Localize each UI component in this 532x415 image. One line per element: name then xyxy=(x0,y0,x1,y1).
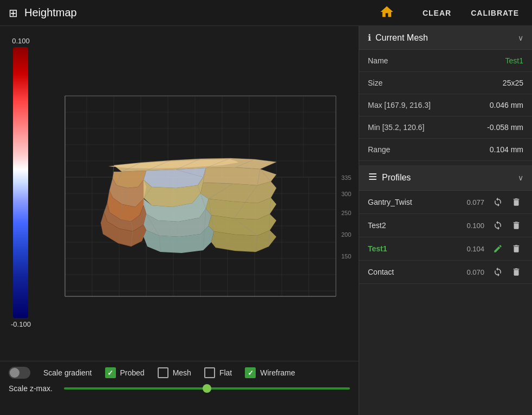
current-mesh-chevron: ∨ xyxy=(518,34,523,42)
profile-row-contact: Contact 0.070 xyxy=(359,261,532,284)
info-row-size: Size 25x25 xyxy=(359,72,532,94)
flat-checkbox-box xyxy=(204,367,215,378)
info-row-min: Min [35.2, 120.6] -0.058 mm xyxy=(359,116,532,139)
size-label: Size xyxy=(368,79,503,87)
min-label: Min [35.2, 120.6] xyxy=(368,123,487,132)
info-row-name: Name Test1 xyxy=(359,50,532,72)
profile-row-test2: Test2 0.100 xyxy=(359,214,532,237)
main-layout: 0.100 -0.100 xyxy=(0,26,532,415)
svg-text:200: 200 xyxy=(341,231,351,238)
svg-rect-63 xyxy=(369,179,377,180)
svg-text:150: 150 xyxy=(341,253,351,260)
info-icon: ℹ xyxy=(368,33,371,43)
grid-icon: ⊞ xyxy=(9,7,18,20)
svg-text:335: 335 xyxy=(341,174,351,181)
profile-value-contact: 0.070 xyxy=(463,268,484,276)
profile-delete-button-test1[interactable] xyxy=(509,243,523,255)
scale-zmax-label: Scale z-max. xyxy=(9,384,57,393)
profile-name-test2: Test2 xyxy=(368,221,463,230)
profile-delete-button-contact[interactable] xyxy=(509,266,523,278)
name-value: Test1 xyxy=(505,56,523,65)
mesh-svg: 335 300 250 200 150 0 xyxy=(33,63,358,323)
mesh-label: Mesh xyxy=(173,368,191,377)
info-row-range: Range 0.104 mm xyxy=(359,139,532,161)
mesh-canvas: 335 300 250 200 150 0 xyxy=(0,26,359,382)
mesh-checkbox-box xyxy=(158,367,168,378)
scale-gradient-label: Scale gradient xyxy=(43,368,92,377)
profiles-icon xyxy=(368,172,378,184)
max-label: Max [167.9, 216.3] xyxy=(368,101,490,109)
profile-actions-test1 xyxy=(491,243,523,255)
flat-checkbox[interactable]: Flat xyxy=(204,367,232,378)
scale-slider-thumb[interactable] xyxy=(203,384,211,393)
home-button[interactable] xyxy=(377,2,397,23)
svg-rect-61 xyxy=(369,173,377,174)
scale-bottom-label: -0.100 xyxy=(11,320,31,328)
profile-row-test1: Test1 0.104 xyxy=(359,237,532,261)
calibrate-button[interactable]: CALIBRATE xyxy=(466,7,523,20)
scale-slider-row: Scale z-max. xyxy=(9,384,350,393)
max-value: 0.046 mm xyxy=(490,101,523,109)
profile-name-test1: Test1 xyxy=(368,244,463,253)
scale-gradient-toggle[interactable] xyxy=(9,367,30,379)
profile-actions-gantry xyxy=(491,196,523,208)
right-panel: ℹ Current Mesh ∨ Name Test1 Size 25x25 M… xyxy=(359,26,532,415)
profiles-header[interactable]: Profiles ∨ xyxy=(359,165,532,191)
name-label: Name xyxy=(368,56,505,65)
probed-label: Probed xyxy=(120,368,145,377)
profile-row-gantry: Gantry_Twist 0.077 xyxy=(359,191,532,214)
svg-marker-48 xyxy=(203,167,276,185)
profile-edit-button-test1[interactable] xyxy=(491,243,505,255)
info-row-max: Max [167.9, 216.3] 0.046 mm xyxy=(359,94,532,116)
min-value: -0.058 mm xyxy=(487,123,523,132)
svg-rect-62 xyxy=(369,176,377,177)
profile-name-contact: Contact xyxy=(368,268,463,276)
svg-marker-47 xyxy=(144,168,206,188)
left-panel: 0.100 -0.100 xyxy=(0,26,359,415)
profile-load-button-gantry[interactable] xyxy=(491,196,505,208)
probed-checkbox[interactable]: ✓ Probed xyxy=(105,367,145,378)
color-scale: 0.100 -0.100 xyxy=(11,37,31,328)
probed-checkbox-box: ✓ xyxy=(105,367,116,378)
wireframe-checkbox[interactable]: ✓ Wireframe xyxy=(245,367,295,378)
header: ⊞ Heightmap CLEAR CALIBRATE xyxy=(0,0,532,26)
mesh-checkbox[interactable]: Mesh xyxy=(158,367,191,378)
profiles-title: Profiles xyxy=(382,173,518,183)
clear-button[interactable]: CLEAR xyxy=(418,7,456,20)
scale-top-label: 0.100 xyxy=(12,37,30,45)
profile-actions-contact xyxy=(491,266,523,278)
scale-bar xyxy=(13,47,28,318)
flat-label: Flat xyxy=(219,368,232,377)
profile-delete-button-gantry[interactable] xyxy=(509,196,523,208)
profile-value-test1: 0.104 xyxy=(463,245,484,253)
home-icon xyxy=(379,4,394,20)
page-title: Heightmap xyxy=(24,7,377,19)
current-mesh-title: Current Mesh xyxy=(375,33,518,43)
bottom-controls: Scale gradient ✓ Probed Mesh Flat xyxy=(0,361,359,415)
profile-value-gantry: 0.077 xyxy=(463,198,484,206)
current-mesh-info: Name Test1 Size 25x25 Max [167.9, 216.3]… xyxy=(359,50,532,161)
profile-delete-button-test2[interactable] xyxy=(509,219,523,231)
current-mesh-header[interactable]: ℹ Current Mesh ∨ xyxy=(359,26,532,50)
profile-value-test2: 0.100 xyxy=(463,222,484,230)
size-value: 25x25 xyxy=(503,79,523,87)
profile-actions-test2 xyxy=(491,219,523,231)
profile-load-button-contact[interactable] xyxy=(491,266,505,278)
profiles-chevron: ∨ xyxy=(518,173,523,182)
scale-slider-track[interactable] xyxy=(64,387,350,390)
checkbox-row: Scale gradient ✓ Probed Mesh Flat xyxy=(9,367,350,379)
svg-text:250: 250 xyxy=(341,210,351,216)
wireframe-checkbox-box: ✓ xyxy=(245,367,256,378)
wireframe-label: Wireframe xyxy=(260,368,295,377)
profile-load-button-test2[interactable] xyxy=(491,219,505,231)
svg-text:300: 300 xyxy=(341,191,351,197)
mesh-svg-container: 335 300 250 200 150 0 xyxy=(33,63,359,345)
range-label: Range xyxy=(368,145,490,154)
profile-name-gantry: Gantry_Twist xyxy=(368,198,463,206)
range-value: 0.104 mm xyxy=(490,145,523,154)
